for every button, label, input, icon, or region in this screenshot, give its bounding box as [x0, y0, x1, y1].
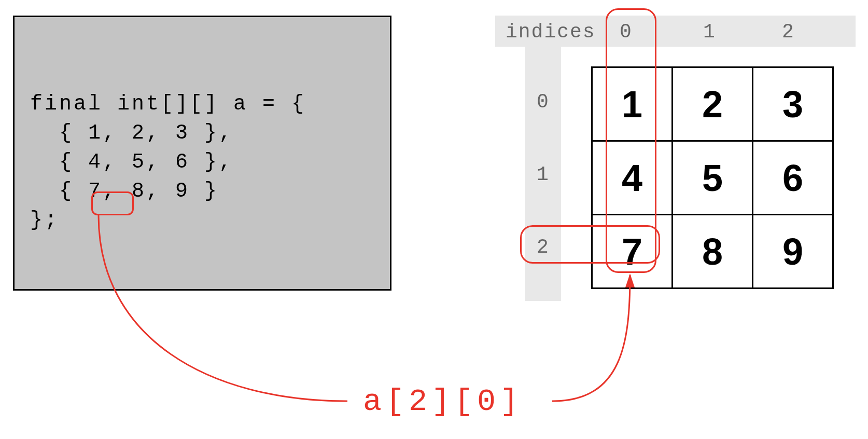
code-line-1: final int[][] a = { — [30, 90, 374, 119]
code-line-4: { 7, 8, 9 } — [30, 177, 374, 206]
indices-label: indices — [506, 21, 596, 43]
code-line-2: { 1, 2, 3 }, — [30, 119, 374, 148]
array-grid: 1 2 3 4 5 6 7 8 9 — [591, 66, 834, 289]
col-index-2: 2 — [782, 21, 795, 43]
grid-cell-0-1: 2 — [673, 67, 753, 141]
code-line-5: }; — [30, 206, 374, 235]
table-row: 7 8 9 — [592, 215, 833, 289]
row-index-0: 0 — [537, 91, 550, 113]
code-line-3: { 4, 5, 6 }, — [30, 148, 374, 177]
grid-cell-1-0: 4 — [592, 141, 673, 215]
grid-cell-2-2: 9 — [753, 215, 833, 289]
expression-label: a[2][0] — [363, 384, 523, 419]
grid-cell-2-0: 7 — [592, 215, 673, 289]
table-row: 1 2 3 — [592, 67, 833, 141]
row-index-2: 2 — [537, 236, 550, 258]
row-index-1: 1 — [537, 163, 550, 186]
grid-cell-1-1: 5 — [673, 141, 753, 215]
grid-cell-0-2: 3 — [753, 67, 833, 141]
grid-cell-1-2: 6 — [753, 141, 833, 215]
table-row: 4 5 6 — [592, 141, 833, 215]
col-index-1: 1 — [703, 21, 716, 43]
col-index-0: 0 — [620, 21, 633, 43]
grid-cell-0-0: 1 — [592, 67, 673, 141]
code-block: final int[][] a = { { 1, 2, 3 }, { 4, 5,… — [13, 16, 391, 291]
grid-cell-2-1: 8 — [673, 215, 753, 289]
